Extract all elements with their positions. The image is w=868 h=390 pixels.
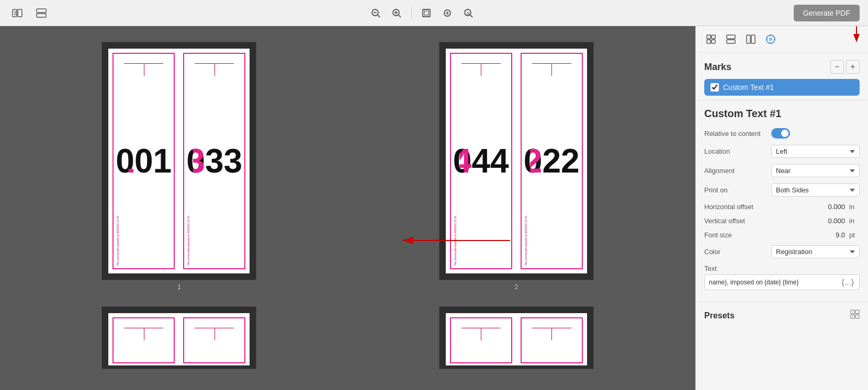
page-number-033-last: 3 bbox=[224, 142, 243, 180]
zoom-out-btn[interactable] bbox=[367, 5, 384, 21]
sheet-2-inner: 0 4 4 4 File source.pdf imposed on 30/03… bbox=[446, 49, 587, 273]
svg-rect-27 bbox=[712, 40, 715, 43]
mark-v-3a bbox=[144, 328, 144, 340]
panel-icon-btn-1[interactable] bbox=[702, 30, 720, 48]
page-033: 0 3 3 3 File source.pdf imposed on 30/03… bbox=[183, 53, 245, 269]
custom-text-title: Custom Text #1 bbox=[704, 108, 860, 120]
layout-btn-2[interactable] bbox=[32, 4, 50, 22]
horizontal-offset-unit: in bbox=[849, 203, 860, 211]
fit-page-btn[interactable] bbox=[418, 5, 435, 21]
side-text-044: File source.pdf imposed on 30/03/22 12:1… bbox=[454, 216, 457, 266]
sheet-3-wrapper bbox=[10, 301, 348, 380]
marks-section: Marks − + Custom Text #1 bbox=[696, 53, 868, 100]
panel-icon-btn-4[interactable] bbox=[762, 30, 780, 48]
text-input-edit-btn[interactable]: {…} bbox=[841, 278, 855, 286]
panel-icon-btn-2[interactable] bbox=[722, 30, 740, 48]
horizontal-offset-value: 0.000 bbox=[828, 203, 845, 211]
panel-header bbox=[696, 26, 868, 53]
presets-header: Presets bbox=[704, 309, 860, 322]
location-row: Location Left Right Top Bottom Center bbox=[704, 145, 860, 158]
toolbar-center: ⊠ bbox=[57, 5, 787, 21]
canvas-area: 00 1 1 File source.pdf imposed on 30/03/… bbox=[0, 26, 695, 390]
layout-btn-1[interactable] bbox=[8, 4, 26, 22]
alignment-select[interactable]: Near Center Far bbox=[771, 164, 860, 177]
page-3b bbox=[183, 317, 245, 363]
toolbar-divider bbox=[411, 7, 412, 19]
alignment-row: Alignment Near Center Far bbox=[704, 164, 860, 177]
relative-toggle[interactable] bbox=[771, 128, 790, 139]
print-on-select[interactable]: Both Sides Front Only Back Only bbox=[771, 183, 860, 197]
svg-rect-24 bbox=[707, 35, 711, 39]
page-4a bbox=[450, 317, 512, 363]
svg-rect-41 bbox=[855, 310, 859, 314]
page-number-001-last: 1 bbox=[153, 142, 172, 180]
relative-to-content-row: Relative to content bbox=[704, 128, 860, 139]
sheet-2-wrapper: 0 4 4 4 File source.pdf imposed on 30/03… bbox=[348, 37, 685, 301]
color-select[interactable]: Registration Black Cyan Magenta Yellow bbox=[771, 245, 860, 258]
sheet-1: 00 1 1 File source.pdf imposed on 30/03/… bbox=[102, 42, 256, 280]
vertical-offset-unit: in bbox=[849, 217, 860, 225]
toolbar-left bbox=[8, 4, 50, 22]
marks-controls: − + bbox=[830, 60, 860, 74]
mark-v-022 bbox=[551, 63, 552, 76]
sheet-1-inner: 00 1 1 File source.pdf imposed on 30/03/… bbox=[108, 49, 250, 273]
zoom-actual-btn[interactable]: ⊠ bbox=[460, 5, 477, 21]
sheet-2: 0 4 4 4 File source.pdf imposed on 30/03… bbox=[439, 42, 594, 280]
sheet-1-wrapper: 00 1 1 File source.pdf imposed on 30/03/… bbox=[10, 37, 348, 301]
fit-width-btn[interactable] bbox=[439, 5, 456, 21]
svg-rect-26 bbox=[707, 40, 711, 43]
mark-v-4a bbox=[481, 328, 481, 340]
svg-rect-40 bbox=[851, 310, 854, 314]
side-text-033: File source.pdf imposed on 30/03/22 12:1… bbox=[187, 216, 190, 266]
sheet-label-1: 1 bbox=[177, 283, 181, 291]
svg-line-9 bbox=[378, 15, 380, 17]
svg-point-32 bbox=[766, 35, 775, 43]
svg-line-21 bbox=[470, 15, 472, 17]
custom-text-checkbox[interactable] bbox=[711, 83, 719, 91]
font-size-unit: pt bbox=[849, 231, 860, 239]
mark-v-033 bbox=[215, 63, 215, 76]
page-number-022-last: 2 bbox=[561, 142, 580, 180]
mark-v-4b bbox=[551, 328, 552, 340]
custom-text-label: Custom Text #1 bbox=[723, 83, 853, 91]
font-size-label: Font size bbox=[704, 231, 831, 239]
svg-rect-25 bbox=[712, 35, 715, 39]
panel-icon-btn-3[interactable] bbox=[742, 30, 760, 48]
page-number-022-2: 2 bbox=[542, 142, 561, 180]
svg-rect-30 bbox=[747, 35, 750, 43]
marks-minus-btn[interactable]: − bbox=[830, 60, 844, 74]
font-size-row: Font size 9.0 pt bbox=[704, 231, 860, 239]
svg-line-13 bbox=[399, 15, 401, 17]
svg-rect-43 bbox=[855, 315, 859, 318]
mark-v-3b bbox=[215, 328, 215, 340]
svg-rect-15 bbox=[424, 11, 429, 15]
side-text-022: File source.pdf imposed on 30/03/22 12:1… bbox=[524, 216, 527, 266]
sheet-label-2: 2 bbox=[514, 283, 518, 291]
horizontal-offset-label: Horizontal offset bbox=[704, 203, 824, 211]
svg-rect-14 bbox=[423, 9, 430, 17]
svg-rect-6 bbox=[37, 14, 46, 17]
page-001: 00 1 1 File source.pdf imposed on 30/03/… bbox=[112, 53, 175, 269]
svg-text:⊠: ⊠ bbox=[466, 11, 469, 15]
print-on-row: Print on Both Sides Front Only Back Only bbox=[704, 183, 860, 197]
mark-v-001 bbox=[144, 63, 144, 76]
generate-pdf-button[interactable]: Generate PDF bbox=[794, 5, 860, 21]
side-text-001: File source.pdf imposed on 30/03/22 12:1… bbox=[116, 216, 119, 266]
marks-title: Marks bbox=[704, 62, 731, 73]
relative-label: Relative to content bbox=[704, 130, 767, 137]
text-label: Text bbox=[704, 265, 860, 272]
alignment-label: Alignment bbox=[704, 167, 767, 175]
page-4b bbox=[521, 317, 583, 363]
marks-header: Marks − + bbox=[704, 60, 860, 74]
custom-text-item[interactable]: Custom Text #1 bbox=[704, 79, 860, 96]
toolbar-right: Generate PDF bbox=[794, 5, 860, 21]
svg-rect-42 bbox=[851, 315, 854, 318]
location-select[interactable]: Left Right Top Bottom Center bbox=[771, 145, 860, 158]
svg-rect-1 bbox=[18, 9, 22, 17]
marks-plus-btn[interactable]: + bbox=[846, 60, 860, 74]
vertical-offset-row: Vertical offset 0.000 in bbox=[704, 217, 860, 225]
zoom-in-btn[interactable] bbox=[388, 5, 405, 21]
svg-rect-5 bbox=[37, 9, 46, 13]
text-input-wrapper[interactable]: name}, imposed on {date} {time} {…} bbox=[704, 274, 860, 290]
presets-grid-btn[interactable] bbox=[850, 309, 860, 322]
